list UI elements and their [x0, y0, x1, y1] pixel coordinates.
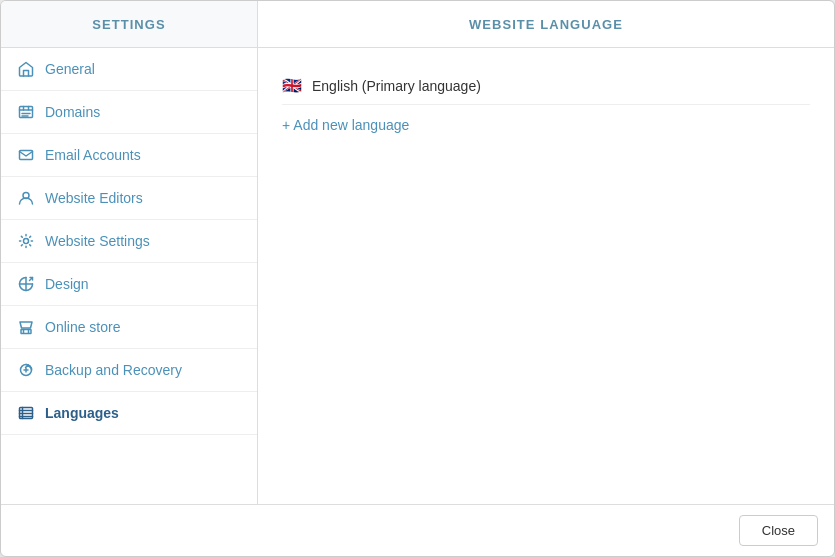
user-icon — [17, 189, 35, 207]
store-icon — [17, 318, 35, 336]
sidebar-item-website-settings[interactable]: Website Settings — [1, 220, 257, 263]
languages-icon — [17, 404, 35, 422]
sidebar-item-email-accounts[interactable]: Email Accounts — [1, 134, 257, 177]
svg-rect-1 — [20, 151, 33, 160]
sidebar-title: SETTINGS — [92, 17, 165, 32]
design-icon — [17, 275, 35, 293]
sidebar-item-label-domains: Domains — [45, 104, 100, 120]
sidebar-item-label-design: Design — [45, 276, 89, 292]
add-language-label: + Add new language — [282, 117, 409, 133]
sidebar: General Domains — [1, 48, 258, 504]
domains-icon — [17, 103, 35, 121]
sidebar-header: SETTINGS — [1, 1, 258, 47]
sidebar-item-general[interactable]: General — [1, 48, 257, 91]
sidebar-item-label-general: General — [45, 61, 95, 77]
home-icon — [17, 60, 35, 78]
close-button[interactable]: Close — [739, 515, 818, 546]
svg-point-3 — [24, 239, 29, 244]
sidebar-item-label-email: Email Accounts — [45, 147, 141, 163]
language-name: English (Primary language) — [312, 78, 481, 94]
sidebar-item-label-editors: Website Editors — [45, 190, 143, 206]
svg-rect-4 — [21, 330, 31, 334]
sidebar-item-languages[interactable]: Languages — [1, 392, 257, 435]
content-title: WEBSITE LANGUAGE — [469, 17, 623, 32]
uk-flag-icon: 🇬🇧 — [282, 78, 302, 94]
content-area: 🇬🇧 English (Primary language) + Add new … — [258, 48, 834, 504]
language-row: 🇬🇧 English (Primary language) — [282, 68, 810, 105]
modal-body: General Domains — [1, 48, 834, 504]
sidebar-item-label-backup: Backup and Recovery — [45, 362, 182, 378]
sidebar-item-design[interactable]: Design — [1, 263, 257, 306]
add-language-button[interactable]: + Add new language — [282, 105, 810, 145]
settings-modal: SETTINGS WEBSITE LANGUAGE General — [0, 0, 835, 557]
sidebar-item-label-store: Online store — [45, 319, 120, 335]
email-icon — [17, 146, 35, 164]
sidebar-item-backup-recovery[interactable]: Backup and Recovery — [1, 349, 257, 392]
modal-footer: Close — [1, 504, 834, 556]
sidebar-item-domains[interactable]: Domains — [1, 91, 257, 134]
sidebar-item-online-store[interactable]: Online store — [1, 306, 257, 349]
sidebar-item-label-languages: Languages — [45, 405, 119, 421]
sidebar-item-website-editors[interactable]: Website Editors — [1, 177, 257, 220]
sidebar-item-label-website-settings: Website Settings — [45, 233, 150, 249]
backup-icon — [17, 361, 35, 379]
settings-icon — [17, 232, 35, 250]
modal-header: SETTINGS WEBSITE LANGUAGE — [1, 1, 834, 48]
content-header: WEBSITE LANGUAGE — [258, 1, 834, 47]
